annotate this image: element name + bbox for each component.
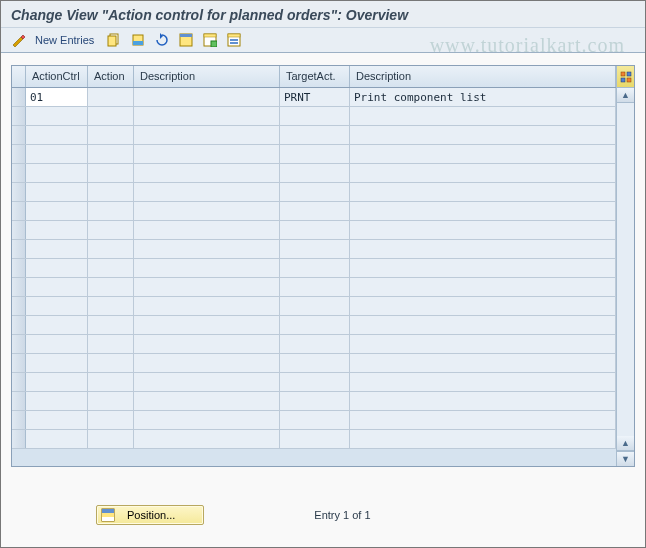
row-selector[interactable] [12, 430, 26, 448]
cell-action[interactable] [88, 259, 134, 277]
cell-targetact[interactable] [280, 354, 350, 372]
cell-action[interactable] [88, 221, 134, 239]
cell-description2[interactable] [350, 392, 616, 410]
cell-targetact[interactable] [280, 164, 350, 182]
cell-description2[interactable] [350, 335, 616, 353]
cell-targetact[interactable]: PRNT [280, 88, 350, 106]
cell-description[interactable] [134, 88, 280, 106]
row-selector[interactable] [12, 221, 26, 239]
row-selector[interactable] [12, 126, 26, 144]
row-selector[interactable] [12, 335, 26, 353]
cell-actionctrl[interactable] [26, 240, 88, 258]
cell-description2[interactable]: Print component list [350, 88, 616, 106]
select-all-icon[interactable] [176, 31, 196, 49]
cell-action[interactable] [88, 240, 134, 258]
cell-description[interactable] [134, 221, 280, 239]
cell-description[interactable] [134, 411, 280, 429]
row-selector[interactable] [12, 373, 26, 391]
cell-action[interactable] [88, 335, 134, 353]
cell-description2[interactable] [350, 373, 616, 391]
cell-actionctrl[interactable] [26, 430, 88, 448]
cell-actionctrl[interactable] [26, 297, 88, 315]
cell-description[interactable] [134, 316, 280, 334]
row-selector[interactable] [12, 88, 26, 106]
cell-description2[interactable] [350, 183, 616, 201]
cell-actionctrl[interactable] [26, 278, 88, 296]
cell-targetact[interactable] [280, 297, 350, 315]
new-entries-button[interactable]: New Entries [33, 34, 100, 46]
cell-action[interactable] [88, 392, 134, 410]
cell-description2[interactable] [350, 126, 616, 144]
undo-icon[interactable] [152, 31, 172, 49]
copy-icon[interactable] [104, 31, 124, 49]
cell-description2[interactable] [350, 278, 616, 296]
cell-action[interactable] [88, 107, 134, 125]
cell-description2[interactable] [350, 240, 616, 258]
cell-actionctrl[interactable] [26, 354, 88, 372]
cell-description[interactable] [134, 240, 280, 258]
cell-targetact[interactable] [280, 335, 350, 353]
cell-action[interactable] [88, 126, 134, 144]
cell-targetact[interactable] [280, 259, 350, 277]
cell-description[interactable] [134, 335, 280, 353]
cell-actionctrl[interactable] [26, 126, 88, 144]
scroll-track[interactable] [617, 103, 634, 436]
cell-description2[interactable] [350, 107, 616, 125]
cell-actionctrl[interactable] [26, 392, 88, 410]
row-selector[interactable] [12, 392, 26, 410]
row-selector[interactable] [12, 202, 26, 220]
column-header-actionctrl[interactable]: ActionCtrl [26, 66, 88, 87]
cell-description2[interactable] [350, 354, 616, 372]
cell-description[interactable] [134, 259, 280, 277]
cell-targetact[interactable] [280, 430, 350, 448]
cell-actionctrl[interactable] [26, 259, 88, 277]
cell-targetact[interactable] [280, 392, 350, 410]
cell-action[interactable] [88, 297, 134, 315]
cell-action[interactable] [88, 164, 134, 182]
row-selector[interactable] [12, 411, 26, 429]
config-icon[interactable] [224, 31, 244, 49]
cell-actionctrl[interactable] [26, 316, 88, 334]
row-selector[interactable] [12, 297, 26, 315]
cell-targetact[interactable] [280, 145, 350, 163]
cell-targetact[interactable] [280, 373, 350, 391]
column-header-description[interactable]: Description [134, 66, 280, 87]
cell-actionctrl[interactable] [26, 411, 88, 429]
cell-actionctrl[interactable] [26, 164, 88, 182]
cell-action[interactable] [88, 373, 134, 391]
column-header-description2[interactable]: Description [350, 66, 616, 87]
cell-description[interactable] [134, 278, 280, 296]
cell-description2[interactable] [350, 221, 616, 239]
row-selector[interactable] [12, 240, 26, 258]
cell-action[interactable] [88, 354, 134, 372]
column-header-action[interactable]: Action [88, 66, 134, 87]
cell-description[interactable] [134, 164, 280, 182]
cell-description[interactable] [134, 145, 280, 163]
row-selector[interactable] [12, 316, 26, 334]
cell-description[interactable] [134, 354, 280, 372]
cell-description[interactable] [134, 202, 280, 220]
cell-description[interactable] [134, 107, 280, 125]
cell-action[interactable] [88, 202, 134, 220]
cell-action[interactable] [88, 145, 134, 163]
cell-actionctrl[interactable]: 01 [26, 88, 88, 106]
cell-actionctrl[interactable] [26, 107, 88, 125]
scroll-down2-icon[interactable]: ▼ [617, 451, 634, 466]
cell-description2[interactable] [350, 430, 616, 448]
row-selector[interactable] [12, 278, 26, 296]
change-display-icon[interactable] [9, 31, 29, 49]
cell-description[interactable] [134, 297, 280, 315]
cell-actionctrl[interactable] [26, 183, 88, 201]
cell-targetact[interactable] [280, 183, 350, 201]
cell-description[interactable] [134, 430, 280, 448]
cell-targetact[interactable] [280, 316, 350, 334]
position-button[interactable]: Position... [96, 505, 204, 525]
cell-action[interactable] [88, 88, 134, 106]
cell-description[interactable] [134, 126, 280, 144]
vertical-scrollbar[interactable]: ▲ ▲ ▼ [616, 66, 634, 466]
cell-action[interactable] [88, 430, 134, 448]
cell-targetact[interactable] [280, 240, 350, 258]
cell-targetact[interactable] [280, 278, 350, 296]
cell-actionctrl[interactable] [26, 373, 88, 391]
cell-actionctrl[interactable] [26, 335, 88, 353]
